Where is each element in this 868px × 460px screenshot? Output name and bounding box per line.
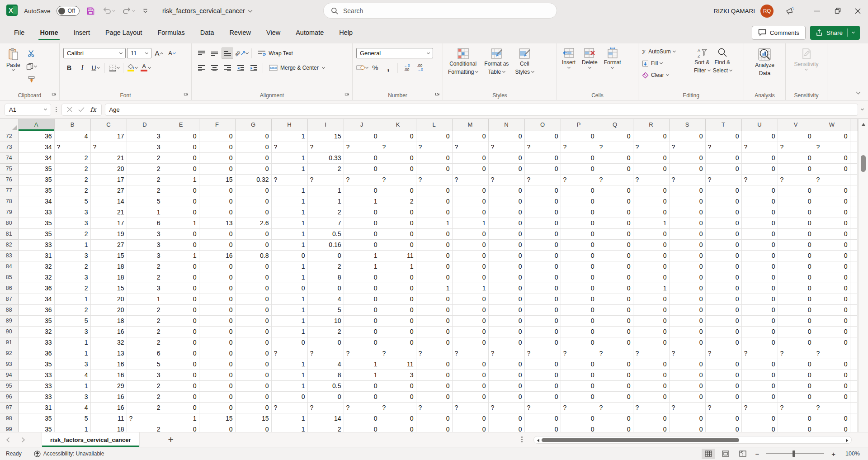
cell-H88[interactable]: 1	[271, 304, 307, 315]
column-header-J[interactable]: J	[344, 119, 380, 131]
cell-M72[interactable]: 0	[452, 131, 488, 142]
cell-H87[interactable]: 1	[271, 294, 307, 304]
cell-E89[interactable]: 0	[163, 315, 199, 326]
user-name[interactable]: RIZKI QAMARI	[713, 8, 755, 14]
page-break-view-button[interactable]	[736, 449, 750, 459]
cell-G91[interactable]: 0	[235, 337, 271, 348]
cell-G94[interactable]: 0	[235, 370, 271, 380]
cell-R98[interactable]: 0	[633, 413, 669, 424]
cell-V83[interactable]: 0	[778, 250, 814, 261]
cell-Q77[interactable]: 0	[597, 185, 633, 196]
cell-P91[interactable]: 0	[561, 337, 597, 348]
cell-C91[interactable]: 32	[90, 337, 127, 348]
increase-font-button[interactable]: A	[153, 47, 165, 59]
cell-W72[interactable]: 0	[814, 131, 850, 142]
row-header-77[interactable]: 77	[0, 185, 18, 196]
cell-C78[interactable]: 14	[90, 196, 127, 207]
cell-Q76[interactable]: ?	[597, 174, 633, 185]
cell-K94[interactable]: 3	[380, 370, 416, 380]
cell-B80[interactable]: 3	[54, 218, 90, 228]
cell-G83[interactable]: 0.8	[235, 250, 271, 261]
cell-V94[interactable]: 0	[778, 370, 814, 380]
restore-button[interactable]	[827, 0, 848, 22]
cell-B74[interactable]: 2	[54, 152, 90, 163]
tab-review[interactable]: Review	[222, 23, 259, 42]
clear-button[interactable]: Clear	[640, 69, 693, 81]
cell-C83[interactable]: 15	[90, 250, 127, 261]
cell-N98[interactable]: 0	[488, 413, 524, 424]
cell-L88[interactable]: 0	[416, 304, 452, 315]
cell-C82[interactable]: 27	[90, 239, 127, 250]
cell-A99[interactable]: 35	[18, 424, 54, 432]
cell-J73[interactable]: ?	[344, 142, 380, 152]
cell-N91[interactable]: 0	[488, 337, 524, 348]
cell-N94[interactable]: 0	[488, 370, 524, 380]
scroll-up-arrow[interactable]	[862, 123, 865, 126]
select-all-corner[interactable]	[0, 119, 18, 131]
cell-P99[interactable]: 0	[561, 424, 597, 432]
cell-H91[interactable]: 0	[271, 337, 307, 348]
cell-C75[interactable]: 20	[90, 163, 127, 174]
cell-E79[interactable]: 0	[163, 207, 199, 218]
cell-W98[interactable]: 0	[814, 413, 850, 424]
cell-M96[interactable]: 0	[452, 391, 488, 402]
cell-L85[interactable]: 0	[416, 272, 452, 283]
cell-J93[interactable]: 1	[344, 359, 380, 370]
cell-D85[interactable]: 2	[127, 272, 163, 283]
cell-W74[interactable]: 0	[814, 152, 850, 163]
cell-S78[interactable]: 0	[669, 196, 705, 207]
cell-N90[interactable]: 0	[488, 326, 524, 337]
cell-A82[interactable]: 33	[18, 239, 54, 250]
cell-R84[interactable]: 0	[633, 261, 669, 272]
cell-V82[interactable]: 0	[778, 239, 814, 250]
cell-A95[interactable]: 33	[18, 380, 54, 391]
cell-D75[interactable]: 2	[127, 163, 163, 174]
cell-I74[interactable]: 0.33	[307, 152, 344, 163]
percent-style-button[interactable]: %	[369, 62, 381, 73]
cell-M80[interactable]: 1	[452, 218, 488, 228]
column-header-R[interactable]: R	[633, 119, 669, 131]
column-header-I[interactable]: I	[307, 119, 344, 131]
cell-O96[interactable]: 0	[524, 391, 561, 402]
cell-E76[interactable]: 1	[163, 174, 199, 185]
cell-D82[interactable]: 3	[127, 239, 163, 250]
cell-G89[interactable]: 0	[235, 315, 271, 326]
font-color-dropdown-icon[interactable]	[148, 65, 151, 68]
cell-O97[interactable]: ?	[524, 402, 561, 413]
cell-K92[interactable]: ?	[380, 348, 416, 359]
cell-K98[interactable]: 0	[380, 413, 416, 424]
cell-D73[interactable]: 3	[127, 142, 163, 152]
cell-I99[interactable]: 2	[307, 424, 344, 432]
cell-P92[interactable]: ?	[561, 348, 597, 359]
cell-K97[interactable]: ?	[380, 402, 416, 413]
cell-C88[interactable]: 20	[90, 304, 127, 315]
quick-access-overflow-button[interactable]	[142, 6, 149, 15]
cell-D91[interactable]: 2	[127, 337, 163, 348]
close-button[interactable]	[848, 0, 868, 22]
cell-I95[interactable]: 0.5	[307, 380, 344, 391]
cell-R73[interactable]: ?	[633, 142, 669, 152]
cell-J82[interactable]: 0	[344, 239, 380, 250]
bottom-align-button[interactable]	[222, 47, 233, 59]
row-header-87[interactable]: 87	[0, 294, 18, 304]
cell-I93[interactable]: 4	[307, 359, 344, 370]
cell-W87[interactable]: 0	[814, 294, 850, 304]
cell-P86[interactable]: 0	[561, 283, 597, 294]
cell-J91[interactable]: 0	[344, 337, 380, 348]
row-header-82[interactable]: 82	[0, 239, 18, 250]
cell-T77[interactable]: 0	[705, 185, 741, 196]
cell-R80[interactable]: 1	[633, 218, 669, 228]
cell-L93[interactable]: 0	[416, 359, 452, 370]
cell-J97[interactable]: ?	[344, 402, 380, 413]
cell-K99[interactable]: 0	[380, 424, 416, 432]
conditional-formatting-button[interactable]: Conditional Formatting	[445, 46, 481, 87]
cell-M85[interactable]: 0	[452, 272, 488, 283]
cell-F72[interactable]: 0	[199, 131, 235, 142]
cell-L91[interactable]: 0	[416, 337, 452, 348]
cell-I89[interactable]: 10	[307, 315, 344, 326]
cell-N83[interactable]: 0	[488, 250, 524, 261]
cell-A83[interactable]: 31	[18, 250, 54, 261]
cell-F81[interactable]: 0	[199, 228, 235, 239]
column-header-T[interactable]: T	[705, 119, 741, 131]
cell-P83[interactable]: 0	[561, 250, 597, 261]
